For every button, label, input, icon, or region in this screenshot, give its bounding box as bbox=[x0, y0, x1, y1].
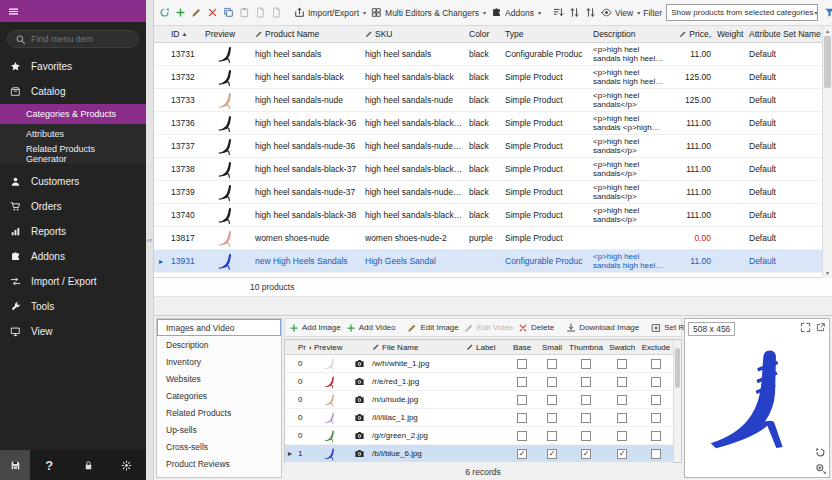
menu-search-input[interactable] bbox=[31, 34, 131, 44]
sidebar-item-favorites[interactable]: Favorites bbox=[0, 54, 146, 79]
sidebar-item-related-products-generator[interactable]: Related Products Generator bbox=[0, 144, 146, 164]
thumbnail-checkbox[interactable] bbox=[581, 359, 591, 369]
images-scrollbar[interactable] bbox=[673, 340, 681, 462]
swatch-checkbox[interactable]: ✓ bbox=[617, 449, 627, 459]
thumbnail-checkbox[interactable] bbox=[581, 377, 591, 387]
base-checkbox[interactable] bbox=[517, 431, 527, 441]
column-header-preview[interactable]: Preview bbox=[311, 343, 351, 352]
rotate-icon[interactable] bbox=[815, 447, 826, 458]
column-header-base[interactable]: Base bbox=[507, 343, 537, 352]
exclude-checkbox[interactable] bbox=[651, 395, 661, 405]
open-external-icon[interactable] bbox=[815, 322, 826, 333]
product-row[interactable]: 13731high heel sandalshigh heel sandalsb… bbox=[154, 43, 822, 66]
sidebar-item-attributes[interactable]: Attributes bbox=[0, 124, 146, 144]
edit-video-button[interactable]: Edit Video bbox=[462, 319, 515, 337]
zoom-in-icon[interactable] bbox=[815, 463, 826, 474]
products-scrollbar[interactable]: ▲ ▼ bbox=[822, 26, 832, 278]
edit-image-button[interactable]: Edit Image bbox=[405, 319, 460, 337]
sidebar-item-view[interactable]: View bbox=[0, 319, 146, 344]
help-icon[interactable]: ? bbox=[30, 458, 69, 473]
product-row[interactable]: 13737high heel sandals-nude-36high heel … bbox=[154, 135, 822, 158]
tab-cross-sells[interactable]: Cross-sells bbox=[157, 438, 281, 455]
sidebar-item-import-export[interactable]: Import / Export bbox=[0, 269, 146, 294]
product-row[interactable]: 13738high heel sandals-black-37high heel… bbox=[154, 158, 822, 181]
small-checkbox[interactable] bbox=[547, 395, 557, 405]
refresh-button[interactable] bbox=[157, 4, 172, 22]
category-filter-select[interactable]: Show products from selected categories ▾ bbox=[666, 4, 818, 21]
save-data-icon[interactable] bbox=[0, 450, 30, 480]
image-row[interactable]: 0/r/e/red_1.jpg bbox=[285, 373, 673, 391]
sidebar-splitter[interactable]: ‹‹ bbox=[146, 0, 154, 480]
column-header-thumbna[interactable]: Thumbna bbox=[567, 343, 605, 352]
exclude-checkbox[interactable] bbox=[651, 359, 661, 369]
exclude-checkbox[interactable] bbox=[651, 449, 661, 459]
add-product-button[interactable] bbox=[173, 4, 188, 22]
column-header-preview[interactable]: Preview bbox=[202, 29, 252, 39]
product-row[interactable]: ▸13931new High Heels SandalsHigh Geels S… bbox=[154, 250, 822, 273]
paste-button[interactable] bbox=[237, 4, 252, 22]
image-row[interactable]: 0/w/h/white_1.jpg bbox=[285, 355, 673, 373]
column-header-label[interactable]: Label bbox=[463, 343, 507, 352]
export-doc-button[interactable] bbox=[269, 4, 284, 22]
sidebar-item-catalog[interactable]: Catalog bbox=[0, 79, 146, 104]
thumbnail-checkbox[interactable] bbox=[581, 431, 591, 441]
sidebar-item-reports[interactable]: Reports bbox=[0, 219, 146, 244]
expand-rows-button[interactable] bbox=[583, 4, 598, 22]
fullscreen-icon[interactable] bbox=[800, 322, 811, 333]
edit-product-button[interactable] bbox=[189, 4, 204, 22]
swatch-checkbox[interactable] bbox=[617, 413, 627, 423]
view-menu-button[interactable]: View▾ bbox=[599, 4, 642, 22]
thumbnail-checkbox[interactable] bbox=[581, 395, 591, 405]
image-row[interactable]: ▸1/b/l/blue_6.jpg✓✓✓✓ bbox=[285, 445, 673, 463]
scroll-up-icon[interactable]: ▲ bbox=[823, 28, 832, 34]
tab-related-products[interactable]: Related Products bbox=[157, 404, 281, 421]
download-image-button[interactable]: Download Image bbox=[564, 319, 641, 337]
multi-editors-button[interactable]: Multi Editors & Changers▾ bbox=[369, 4, 488, 22]
product-row[interactable]: 13740high heel sandals-black-38high heel… bbox=[154, 204, 822, 227]
addons-menu-button[interactable]: Addons▾ bbox=[489, 4, 543, 22]
swatch-checkbox[interactable] bbox=[617, 395, 627, 405]
settings-gear-icon[interactable] bbox=[107, 460, 146, 471]
column-header-product-name[interactable]: Product Name bbox=[252, 29, 362, 39]
sidebar-item-customers[interactable]: Customers bbox=[0, 169, 146, 194]
product-row[interactable]: 13736high heel sandals-black-36high heel… bbox=[154, 112, 822, 135]
add-image-button[interactable]: Add Image bbox=[287, 319, 343, 337]
small-checkbox[interactable] bbox=[547, 359, 557, 369]
column-header-attribute-set-name[interactable]: Attribute Set Name bbox=[746, 29, 822, 39]
exclude-checkbox[interactable] bbox=[651, 413, 661, 423]
base-checkbox[interactable] bbox=[517, 395, 527, 405]
sidebar-item-categories-products[interactable]: Categories & Products bbox=[0, 104, 146, 124]
tab-inventory[interactable]: Inventory bbox=[157, 353, 281, 370]
tab-description[interactable]: Description bbox=[157, 336, 281, 353]
small-checkbox[interactable]: ✓ bbox=[547, 449, 557, 459]
product-row[interactable]: 13817women shoes-nudewomen shoes-nude-2p… bbox=[154, 227, 822, 250]
sidebar-item-addons[interactable]: Addons bbox=[0, 244, 146, 269]
base-checkbox[interactable] bbox=[517, 377, 527, 387]
swatch-checkbox[interactable] bbox=[617, 359, 627, 369]
tab-categories[interactable]: Categories bbox=[157, 387, 281, 404]
product-row[interactable]: 13732high heel sandals-blackhigh heel sa… bbox=[154, 66, 822, 89]
duplicate-button[interactable] bbox=[253, 4, 268, 22]
column-header-price[interactable]: Price, bbox=[670, 29, 714, 39]
move-rows-button[interactable] bbox=[567, 4, 582, 22]
column-header-description[interactable]: Description bbox=[590, 29, 670, 39]
tab-websites[interactable]: Websites bbox=[157, 370, 281, 387]
column-header-swatch[interactable]: Swatch bbox=[605, 343, 639, 352]
column-header-small[interactable]: Small bbox=[537, 343, 567, 352]
product-row[interactable]: 13739high heel sandals-nude-37high heel … bbox=[154, 181, 822, 204]
base-checkbox[interactable] bbox=[517, 359, 527, 369]
column-header-pr[interactable]: Pr▲ bbox=[295, 343, 311, 352]
image-row[interactable]: 0/l/i/lilac_1.jpg bbox=[285, 409, 673, 427]
base-checkbox[interactable]: ✓ bbox=[517, 449, 527, 459]
add-video-button[interactable]: Add Video bbox=[344, 319, 398, 337]
column-header-color[interactable]: Color bbox=[466, 29, 502, 39]
column-header-exclude[interactable]: Exclude bbox=[639, 343, 673, 352]
lock-icon[interactable] bbox=[69, 460, 108, 471]
exclude-checkbox[interactable] bbox=[651, 377, 661, 387]
sidebar-search[interactable] bbox=[7, 30, 139, 48]
column-header-id[interactable]: ID▲ bbox=[168, 29, 202, 39]
tab-product-reviews[interactable]: Product Reviews bbox=[157, 455, 281, 472]
swatch-checkbox[interactable] bbox=[617, 377, 627, 387]
base-checkbox[interactable] bbox=[517, 413, 527, 423]
thumbnail-checkbox[interactable]: ✓ bbox=[581, 449, 591, 459]
